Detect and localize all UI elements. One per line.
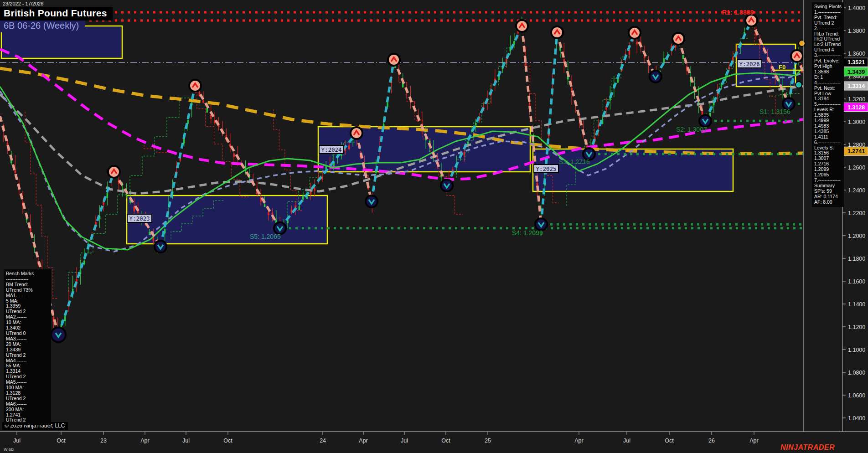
price-tick-label: 1.3000	[848, 119, 865, 125]
weekly-bar-body	[387, 103, 388, 107]
swing-low-marker	[51, 328, 66, 342]
weekly-bar-body	[103, 202, 104, 205]
panel-line: 1.3598	[814, 69, 842, 75]
current-bar-marker	[799, 40, 805, 46]
panel-line: 20 MA:	[6, 342, 49, 347]
bench-marks-panel: Bench Marks--------------BM Trend:UTrend…	[4, 269, 51, 425]
swing-high-marker	[672, 33, 684, 45]
price-tick-label: 1.3800	[848, 28, 865, 34]
time-tick-label: 23	[100, 438, 107, 444]
price-tick-label: 1.0600	[848, 392, 865, 399]
panel-line: AR: 0.1174	[814, 194, 842, 200]
price-tick-label: 1.1600	[848, 278, 865, 285]
price-tag-label: 1.3521	[847, 59, 865, 66]
panel-line: 2.--------------	[814, 26, 842, 31]
time-tick-label: Oct	[441, 438, 450, 444]
date-range: 23/2022 - 17/2026	[3, 1, 43, 6]
weekly-bar-body	[525, 62, 527, 66]
price-tick-label: 1.4000	[848, 5, 865, 11]
time-tick-label: Jul	[623, 438, 630, 444]
weekly-bar-body	[264, 204, 266, 207]
panel-line: UTrend 2	[814, 21, 842, 26]
year-range-box	[127, 196, 327, 244]
weekly-bar-body	[636, 42, 638, 45]
swing-low-marker	[650, 71, 661, 82]
panel-line: UTrend 73%	[6, 288, 49, 293]
price-chart-canvas[interactable]: R1: 1.3888S5: 1.2065S4: 1.2099S3: 1.2716…	[0, 0, 868, 453]
time-tick-label: Apr	[359, 438, 367, 444]
swing-low-marker	[699, 115, 711, 127]
chart-subtitle: 6B 06-26 (Weekly)	[0, 20, 85, 32]
chart-title: British Pound Futures	[0, 7, 113, 21]
weekly-bar-body	[475, 123, 477, 125]
swing-high-marker	[551, 26, 563, 38]
panel-line: 1.4385	[814, 129, 842, 134]
swing-low-marker	[441, 180, 453, 191]
year-label: Y:2024	[321, 146, 341, 153]
swing-high-marker	[745, 15, 757, 26]
time-tick-label: Apr	[749, 438, 758, 444]
year-label: Y:2023	[129, 215, 150, 222]
time-tick-label: Oct	[57, 438, 66, 444]
panel-line: D: 1	[814, 75, 842, 80]
panel-line: UTrend 2	[6, 353, 49, 358]
time-tick-label: Apr	[574, 438, 583, 444]
panel-line: Pvt. Trend:	[814, 15, 842, 21]
swing-high-marker	[516, 20, 528, 32]
panel-line: 200 MA:	[6, 407, 49, 412]
price-tick-label: 1.1200	[848, 324, 865, 330]
time-tick-label: Oct	[223, 438, 232, 444]
support-label: S4: 1.2099	[512, 229, 543, 237]
price-tick-label: 1.0400	[848, 415, 865, 422]
panel-line: MA3.------	[6, 336, 49, 342]
panel-line: MA1.------	[6, 293, 49, 299]
time-tick-label: 25	[485, 438, 491, 444]
swing-high-marker	[351, 127, 362, 139]
time-tick-label: Jul	[182, 438, 190, 444]
swing-pivots-panel: Swing Pivots1.--------------Pvt. Trend:U…	[812, 2, 844, 207]
year-label: Y:2025	[536, 165, 556, 172]
weekly-bar-body	[14, 170, 16, 173]
support-label: S1: 1.3156	[760, 108, 790, 115]
panel-line: 6.--------------	[814, 140, 842, 145]
swing-high-marker	[388, 54, 400, 66]
swing-low-marker	[366, 196, 377, 207]
instrument-tag: W 6B	[4, 447, 14, 452]
panel-line: MA6.------	[6, 402, 49, 407]
year-label: Y:2026	[739, 61, 760, 67]
time-tick-label: 26	[708, 438, 715, 444]
panel-line: 1.3439	[6, 347, 49, 353]
weekly-bar-body	[206, 108, 208, 113]
weekly-bar-body	[299, 206, 300, 210]
price-tick-label: 1.1400	[848, 301, 865, 308]
price-tick-label: 1.2600	[848, 165, 865, 171]
price-tick-label: 1.2000	[848, 233, 865, 239]
price-tag-label: 1.3314	[847, 83, 865, 89]
swing-high-marker	[108, 166, 120, 178]
weekly-bar-body	[233, 154, 235, 157]
weekly-bar-body	[187, 120, 189, 124]
swing-low-marker	[535, 218, 547, 230]
support-label: S3: 1.2716	[559, 158, 590, 165]
resistance-label: R1: 1.3888	[722, 9, 754, 16]
weekly-bar-body	[513, 41, 515, 45]
current-bar-marker	[796, 82, 802, 88]
price-tag-label: 1.3439	[847, 69, 865, 75]
chart-window: R1: 1.3888S5: 1.2065S4: 1.2099S3: 1.2716…	[0, 0, 868, 453]
weekly-bar-body	[302, 196, 304, 200]
panel-line: Pvt. Next:	[814, 86, 842, 91]
swing-high-marker	[189, 80, 201, 92]
weekly-bar-body	[728, 67, 730, 70]
price-tick-label: 1.3600	[848, 51, 865, 57]
price-tick-label: 1.2400	[848, 187, 865, 194]
price-tick-label: 1.2200	[848, 210, 865, 216]
swing-high-marker	[791, 50, 803, 62]
weekly-bar-body	[202, 100, 204, 103]
price-tick-label: 1.1800	[848, 256, 865, 262]
time-tick-label: Jul	[401, 438, 408, 444]
swing-low-marker	[274, 222, 286, 234]
panel-line: UTrend 2	[6, 396, 49, 402]
swing-high-marker	[629, 27, 641, 39]
support-label: S2: 1.3007	[676, 126, 707, 133]
price-tick-label: 1.3200	[848, 96, 865, 103]
